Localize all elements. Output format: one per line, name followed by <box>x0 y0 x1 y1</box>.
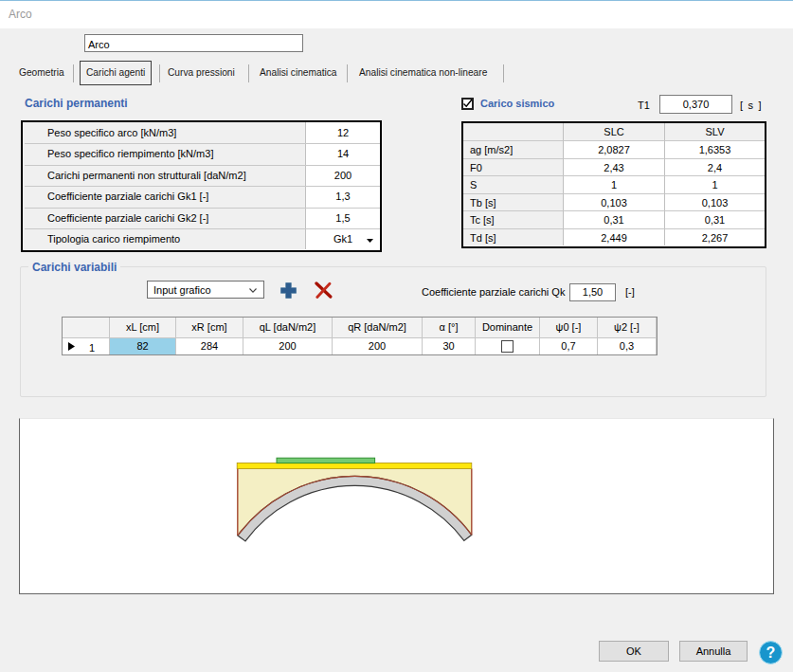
svg-text:?: ? <box>766 645 776 661</box>
